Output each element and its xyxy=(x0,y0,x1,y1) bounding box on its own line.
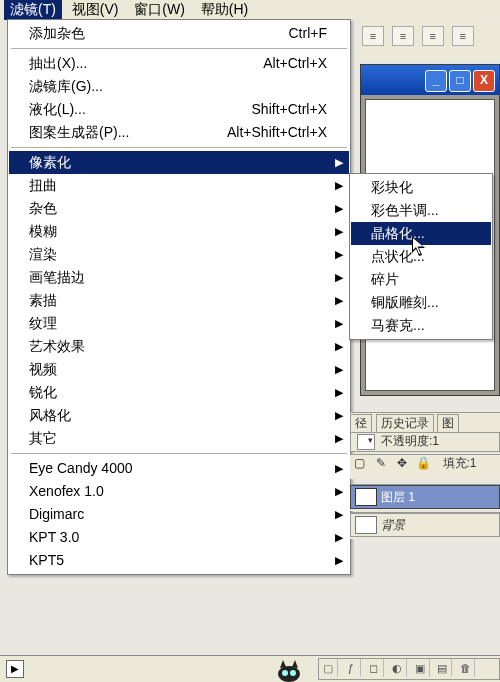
panel-tabs: 径 历史记录 图 不透明度:1 xyxy=(350,412,500,451)
menu-item-shortcut: Ctrl+F xyxy=(289,22,328,45)
menu-item-label: 视频 xyxy=(29,358,57,381)
layer-row-background[interactable]: 背景 xyxy=(350,512,500,539)
trash-button[interactable]: 🗑 xyxy=(456,659,475,677)
tab-paths[interactable]: 径 xyxy=(350,414,372,432)
menu-item-plugin-digimarc[interactable]: Digimarc xyxy=(9,503,349,526)
lock-transparency-icon[interactable]: ▢ xyxy=(350,456,368,470)
align-left-button[interactable] xyxy=(362,26,384,46)
folder-button[interactable]: ▣ xyxy=(411,659,430,677)
menu-item-render[interactable]: 渲染 xyxy=(9,243,349,266)
tab-layers[interactable]: 图 xyxy=(437,414,459,432)
menu-item-blur[interactable]: 模糊 xyxy=(9,220,349,243)
submenu-item-color-halftone[interactable]: 彩色半调... xyxy=(351,199,491,222)
menu-item-label: 风格化 xyxy=(29,404,71,427)
menu-item-label: 其它 xyxy=(29,427,57,450)
menu-item-sharpen[interactable]: 锐化 xyxy=(9,381,349,404)
menubar-item-help[interactable]: 帮助(H) xyxy=(195,0,254,20)
animation-play-button[interactable] xyxy=(6,660,24,678)
menubar-item-window[interactable]: 窗口(W) xyxy=(128,0,191,20)
new-layer-button[interactable]: ▤ xyxy=(433,659,452,677)
menu-item-label: 铜版雕刻... xyxy=(371,291,439,314)
menu-item-label: 晶格化... xyxy=(371,222,425,245)
menu-item-pattern-maker[interactable]: 图案生成器(P)... Alt+Shift+Ctrl+X xyxy=(9,121,349,144)
menu-item-liquify[interactable]: 液化(L)... Shift+Ctrl+X xyxy=(9,98,349,121)
submenu-item-facet[interactable]: 彩块化 xyxy=(351,176,491,199)
menu-item-label: 模糊 xyxy=(29,220,57,243)
layer-thumbnail[interactable] xyxy=(355,516,377,534)
menu-item-label: Digimarc xyxy=(29,503,84,526)
new-set-button[interactable]: ▢ xyxy=(319,659,338,677)
align-right-button[interactable] xyxy=(422,26,444,46)
menu-item-label: 彩块化 xyxy=(371,176,413,199)
menu-item-label: Eye Candy 4000 xyxy=(29,457,133,480)
submenu-item-mezzotint[interactable]: 铜版雕刻... xyxy=(351,291,491,314)
menu-separator xyxy=(11,453,347,454)
menu-item-plugin-xenofex[interactable]: Xenofex 1.0 xyxy=(9,480,349,503)
lock-move-icon[interactable]: ✥ xyxy=(393,456,411,470)
menu-item-sketch[interactable]: 素描 xyxy=(9,289,349,312)
menu-item-brush-strokes[interactable]: 画笔描边 xyxy=(9,266,349,289)
menubar-item-filter[interactable]: 滤镜(T) xyxy=(4,0,62,20)
opacity-label: 不透明度:1 xyxy=(381,433,439,450)
menu-item-plugin-kpt3[interactable]: KPT 3.0 xyxy=(9,526,349,549)
window-close-button[interactable]: X xyxy=(473,70,495,92)
menu-item-video[interactable]: 视频 xyxy=(9,358,349,381)
menu-item-extract[interactable]: 抽出(X)... Alt+Ctrl+X xyxy=(9,52,349,75)
menu-item-plugin-eyecandy[interactable]: Eye Candy 4000 xyxy=(9,457,349,480)
svg-point-3 xyxy=(282,670,288,676)
mask-button[interactable]: ◻ xyxy=(365,659,384,677)
menu-item-texture[interactable]: 纹理 xyxy=(9,312,349,335)
menu-item-noise[interactable]: 杂色 xyxy=(9,197,349,220)
layer-name: 图层 1 xyxy=(381,490,415,504)
tab-history[interactable]: 历史记录 xyxy=(376,414,434,432)
menu-item-label: 素描 xyxy=(29,289,57,312)
paragraph-align-toolbar xyxy=(360,20,500,60)
layer-panel-buttons: ▢ ƒ ◻ ◐ ▣ ▤ 🗑 xyxy=(318,658,500,680)
menu-item-label: 马赛克... xyxy=(371,314,425,337)
menu-item-label: 渲染 xyxy=(29,243,57,266)
svg-point-0 xyxy=(278,666,300,682)
menu-item-plugin-kpt5[interactable]: KPT5 xyxy=(9,549,349,572)
menu-item-label: Xenofex 1.0 xyxy=(29,480,104,503)
lock-brush-icon[interactable]: ✎ xyxy=(372,456,390,470)
submenu-item-pointillize[interactable]: 点状化... xyxy=(351,245,491,268)
menu-item-label: 扭曲 xyxy=(29,174,57,197)
menu-item-label: 画笔描边 xyxy=(29,266,85,289)
document-titlebar[interactable]: _ □ X xyxy=(361,65,499,95)
svg-marker-1 xyxy=(280,660,286,668)
pixelate-submenu: 彩块化 彩色半调... 晶格化... 点状化... 碎片 铜版雕刻... 马赛克… xyxy=(349,173,493,340)
window-maximize-button[interactable]: □ xyxy=(449,70,471,92)
menu-separator xyxy=(11,147,347,148)
menu-item-distort[interactable]: 扭曲 xyxy=(9,174,349,197)
submenu-item-fragment[interactable]: 碎片 xyxy=(351,268,491,291)
menu-item-pixelate[interactable]: 像素化 xyxy=(9,151,349,174)
align-justify-button[interactable] xyxy=(452,26,474,46)
align-center-button[interactable] xyxy=(392,26,414,46)
menu-item-label: 杂色 xyxy=(29,197,57,220)
menu-item-label: 像素化 xyxy=(29,151,71,174)
menu-item-label: 液化(L)... xyxy=(29,98,86,121)
layer-row-1[interactable]: 图层 1 xyxy=(350,484,500,511)
submenu-item-mosaic[interactable]: 马赛克... xyxy=(351,314,491,337)
layer-thumbnail[interactable] xyxy=(355,488,377,506)
menu-item-shortcut: Alt+Shift+Ctrl+X xyxy=(227,121,327,144)
fx-button[interactable]: ƒ xyxy=(342,659,361,677)
menubar-item-view[interactable]: 视图(V) xyxy=(66,0,125,20)
submenu-item-crystallize[interactable]: 晶格化... xyxy=(351,222,491,245)
menu-item-label: 碎片 xyxy=(371,268,399,291)
menu-item-other[interactable]: 其它 xyxy=(9,427,349,450)
menu-item-last-filter[interactable]: 添加杂色 Ctrl+F xyxy=(9,22,349,45)
lock-row: ▢ ✎ ✥ 🔒 填充:1 xyxy=(350,454,500,479)
blend-mode-dropdown[interactable] xyxy=(357,434,375,450)
mascot-icon xyxy=(274,658,304,682)
menu-item-label: KPT5 xyxy=(29,549,64,572)
menu-item-artistic[interactable]: 艺术效果 xyxy=(9,335,349,358)
menu-item-label: 图案生成器(P)... xyxy=(29,121,129,144)
lock-all-icon[interactable]: 🔒 xyxy=(415,456,433,470)
menu-item-stylize[interactable]: 风格化 xyxy=(9,404,349,427)
main-menubar: 滤镜(T) 视图(V) 窗口(W) 帮助(H) xyxy=(0,0,500,19)
adjustment-button[interactable]: ◐ xyxy=(388,659,407,677)
menu-item-label: 添加杂色 xyxy=(29,22,85,45)
menu-item-filter-gallery[interactable]: 滤镜库(G)... xyxy=(9,75,349,98)
window-minimize-button[interactable]: _ xyxy=(425,70,447,92)
